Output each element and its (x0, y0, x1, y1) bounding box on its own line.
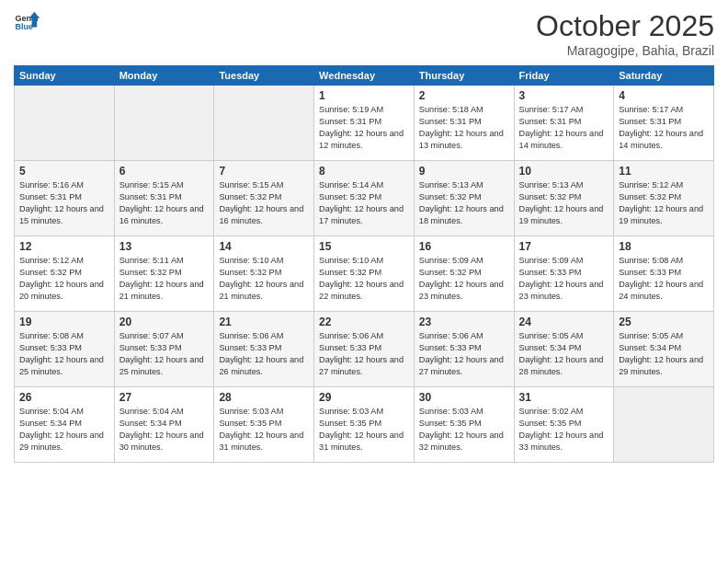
day-number: 14 (219, 240, 309, 253)
calendar-cell: 9Sunrise: 5:13 AMSunset: 5:32 PMDaylight… (414, 161, 514, 236)
svg-text:Blue: Blue (15, 22, 33, 31)
day-info: Sunrise: 5:12 AMSunset: 5:32 PMDaylight:… (619, 179, 709, 227)
day-info: Sunrise: 5:08 AMSunset: 5:33 PMDaylight:… (619, 255, 709, 303)
day-number: 2 (419, 89, 509, 102)
calendar-cell: 7Sunrise: 5:15 AMSunset: 5:32 PMDaylight… (214, 161, 314, 236)
calendar-cell: 5Sunrise: 5:16 AMSunset: 5:31 PMDaylight… (15, 161, 115, 236)
calendar-cell (214, 86, 314, 161)
calendar-cell: 20Sunrise: 5:07 AMSunset: 5:33 PMDayligh… (114, 312, 214, 387)
day-info: Sunrise: 5:05 AMSunset: 5:34 PMDaylight:… (619, 330, 709, 378)
day-info: Sunrise: 5:15 AMSunset: 5:31 PMDaylight:… (119, 179, 210, 227)
day-info: Sunrise: 5:03 AMSunset: 5:35 PMDaylight:… (419, 406, 509, 454)
day-info: Sunrise: 5:13 AMSunset: 5:32 PMDaylight:… (519, 179, 609, 227)
calendar-cell: 17Sunrise: 5:09 AMSunset: 5:33 PMDayligh… (514, 236, 614, 312)
day-header-friday: Friday (514, 66, 614, 86)
location-subtitle: Maragogipe, Bahia, Brazil (536, 43, 714, 58)
day-number: 26 (19, 391, 109, 404)
day-number: 23 (419, 316, 509, 328)
day-info: Sunrise: 5:13 AMSunset: 5:32 PMDaylight:… (419, 179, 509, 227)
day-header-wednesday: Wednesday (314, 66, 415, 86)
day-header-thursday: Thursday (414, 66, 514, 86)
day-info: Sunrise: 5:06 AMSunset: 5:33 PMDaylight:… (419, 330, 509, 378)
day-info: Sunrise: 5:16 AMSunset: 5:31 PMDaylight:… (19, 179, 109, 227)
day-header-monday: Monday (114, 66, 214, 86)
day-info: Sunrise: 5:10 AMSunset: 5:32 PMDaylight:… (219, 255, 309, 303)
day-info: Sunrise: 5:11 AMSunset: 5:32 PMDaylight:… (119, 255, 210, 303)
day-number: 6 (119, 165, 210, 178)
calendar-cell: 8Sunrise: 5:14 AMSunset: 5:32 PMDaylight… (314, 161, 415, 236)
calendar-cell: 29Sunrise: 5:03 AMSunset: 5:35 PMDayligh… (314, 387, 415, 463)
calendar-cell: 23Sunrise: 5:06 AMSunset: 5:33 PMDayligh… (414, 312, 514, 387)
calendar-cell: 15Sunrise: 5:10 AMSunset: 5:32 PMDayligh… (314, 236, 415, 312)
calendar-table: SundayMondayTuesdayWednesdayThursdayFrid… (14, 65, 714, 463)
month-title: October 2025 (536, 9, 714, 43)
day-number: 1 (319, 89, 409, 102)
day-info: Sunrise: 5:09 AMSunset: 5:32 PMDaylight:… (419, 255, 509, 303)
calendar-cell: 16Sunrise: 5:09 AMSunset: 5:32 PMDayligh… (414, 236, 514, 312)
logo: General Blue (14, 9, 40, 35)
day-number: 7 (219, 165, 309, 178)
calendar-cell: 13Sunrise: 5:11 AMSunset: 5:32 PMDayligh… (114, 236, 214, 312)
calendar-cell: 31Sunrise: 5:02 AMSunset: 5:35 PMDayligh… (514, 387, 614, 463)
day-header-tuesday: Tuesday (214, 66, 314, 86)
day-info: Sunrise: 5:15 AMSunset: 5:32 PMDaylight:… (219, 179, 309, 227)
day-info: Sunrise: 5:17 AMSunset: 5:31 PMDaylight:… (519, 104, 609, 152)
page-header: General Blue October 2025 Maragogipe, Ba… (14, 9, 714, 58)
calendar-cell: 10Sunrise: 5:13 AMSunset: 5:32 PMDayligh… (514, 161, 614, 236)
day-number: 17 (519, 240, 609, 253)
day-info: Sunrise: 5:08 AMSunset: 5:33 PMDaylight:… (19, 330, 109, 378)
calendar-cell (15, 86, 115, 161)
calendar-cell: 6Sunrise: 5:15 AMSunset: 5:31 PMDaylight… (114, 161, 214, 236)
day-info: Sunrise: 5:02 AMSunset: 5:35 PMDaylight:… (519, 406, 609, 454)
calendar-cell: 4Sunrise: 5:17 AMSunset: 5:31 PMDaylight… (614, 86, 714, 161)
day-info: Sunrise: 5:17 AMSunset: 5:31 PMDaylight:… (619, 104, 709, 152)
calendar-cell: 24Sunrise: 5:05 AMSunset: 5:34 PMDayligh… (514, 312, 614, 387)
day-info: Sunrise: 5:03 AMSunset: 5:35 PMDaylight:… (219, 406, 309, 454)
day-number: 25 (619, 316, 709, 328)
day-number: 27 (119, 391, 210, 404)
calendar-cell: 28Sunrise: 5:03 AMSunset: 5:35 PMDayligh… (214, 387, 314, 463)
day-info: Sunrise: 5:12 AMSunset: 5:32 PMDaylight:… (19, 255, 109, 303)
calendar-cell: 19Sunrise: 5:08 AMSunset: 5:33 PMDayligh… (15, 312, 115, 387)
calendar-cell (614, 387, 714, 463)
day-number: 18 (619, 240, 709, 253)
day-number: 3 (519, 89, 609, 102)
day-number: 12 (19, 240, 109, 253)
calendar-cell: 1Sunrise: 5:19 AMSunset: 5:31 PMDaylight… (314, 86, 415, 161)
day-number: 31 (519, 391, 609, 404)
day-info: Sunrise: 5:09 AMSunset: 5:33 PMDaylight:… (519, 255, 609, 303)
calendar-cell: 26Sunrise: 5:04 AMSunset: 5:34 PMDayligh… (15, 387, 115, 463)
day-number: 20 (119, 316, 210, 328)
day-number: 22 (319, 316, 409, 328)
calendar-cell (114, 86, 214, 161)
calendar-cell: 2Sunrise: 5:18 AMSunset: 5:31 PMDaylight… (414, 86, 514, 161)
day-info: Sunrise: 5:03 AMSunset: 5:35 PMDaylight:… (319, 406, 409, 454)
logo-icon: General Blue (14, 9, 40, 35)
day-header-saturday: Saturday (614, 66, 714, 86)
day-number: 19 (19, 316, 109, 328)
day-number: 5 (19, 165, 109, 178)
day-header-sunday: Sunday (15, 66, 115, 86)
calendar-cell: 3Sunrise: 5:17 AMSunset: 5:31 PMDaylight… (514, 86, 614, 161)
day-number: 10 (519, 165, 609, 178)
calendar-cell: 12Sunrise: 5:12 AMSunset: 5:32 PMDayligh… (15, 236, 115, 312)
calendar-cell: 14Sunrise: 5:10 AMSunset: 5:32 PMDayligh… (214, 236, 314, 312)
day-info: Sunrise: 5:04 AMSunset: 5:34 PMDaylight:… (119, 406, 210, 454)
day-number: 28 (219, 391, 309, 404)
day-info: Sunrise: 5:07 AMSunset: 5:33 PMDaylight:… (119, 330, 210, 378)
day-info: Sunrise: 5:06 AMSunset: 5:33 PMDaylight:… (219, 330, 309, 378)
calendar-cell: 21Sunrise: 5:06 AMSunset: 5:33 PMDayligh… (214, 312, 314, 387)
day-number: 24 (519, 316, 609, 328)
day-number: 4 (619, 89, 709, 102)
title-block: October 2025 Maragogipe, Bahia, Brazil (536, 9, 714, 58)
day-info: Sunrise: 5:06 AMSunset: 5:33 PMDaylight:… (319, 330, 409, 378)
calendar-cell: 11Sunrise: 5:12 AMSunset: 5:32 PMDayligh… (614, 161, 714, 236)
day-number: 13 (119, 240, 210, 253)
day-number: 16 (419, 240, 509, 253)
day-info: Sunrise: 5:05 AMSunset: 5:34 PMDaylight:… (519, 330, 609, 378)
day-info: Sunrise: 5:18 AMSunset: 5:31 PMDaylight:… (419, 104, 509, 152)
calendar-cell: 22Sunrise: 5:06 AMSunset: 5:33 PMDayligh… (314, 312, 415, 387)
day-number: 15 (319, 240, 409, 253)
day-number: 11 (619, 165, 709, 178)
day-info: Sunrise: 5:10 AMSunset: 5:32 PMDaylight:… (319, 255, 409, 303)
